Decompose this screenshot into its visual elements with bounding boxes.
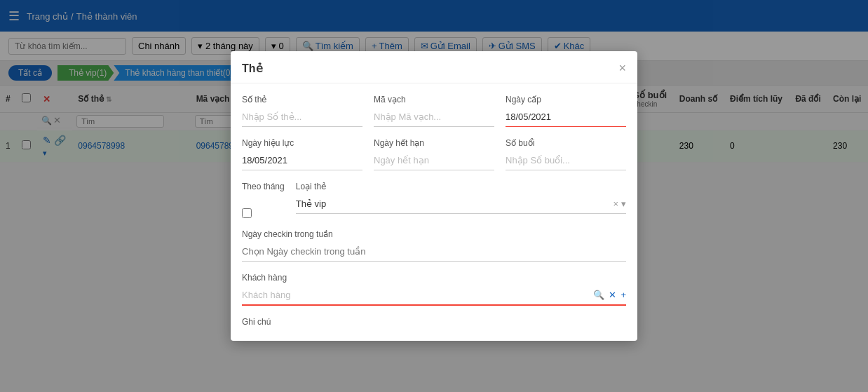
label-ngay-het-han: Ngày hết hạn bbox=[374, 138, 494, 148]
label-so-the: Số thẻ bbox=[242, 95, 362, 104]
input-ngay-cap[interactable] bbox=[506, 107, 626, 127]
form-row-2: Ngày hiệu lực Ngày hết hạn Số buổi bbox=[242, 138, 626, 163]
form-group-ngay-het-han: Ngày hết hạn bbox=[374, 138, 494, 163]
modal-title: Thẻ bbox=[242, 62, 263, 75]
form-group-ngay-hieu-luc: Ngày hiệu lực bbox=[242, 138, 362, 163]
input-ngay-hieu-luc[interactable] bbox=[242, 151, 362, 163]
form-group-ma-vach: Mã vạch bbox=[374, 95, 494, 127]
modal-close-button[interactable]: × bbox=[618, 61, 626, 76]
input-ma-vach[interactable] bbox=[374, 107, 494, 127]
form-group-ngay-cap: Ngày cấp bbox=[506, 95, 626, 127]
label-so-buoi: Số buổi bbox=[506, 138, 626, 148]
label-ngay-hieu-luc: Ngày hiệu lực bbox=[242, 138, 362, 148]
modal-card: Thẻ × Số thẻ Mã vạch Ngày cấp bbox=[231, 51, 637, 163]
form-group-so-the: Số thẻ bbox=[242, 95, 362, 127]
label-ngay-cap: Ngày cấp bbox=[506, 95, 626, 104]
modal-body: Số thẻ Mã vạch Ngày cấp Ngày hiệu lực bbox=[231, 83, 637, 163]
form-group-so-buoi: Số buổi bbox=[506, 138, 626, 163]
input-ngay-het-han[interactable] bbox=[374, 151, 494, 163]
modal-overlay[interactable]: Thẻ × Số thẻ Mã vạch Ngày cấp bbox=[0, 0, 868, 163]
label-ma-vach: Mã vạch bbox=[374, 95, 494, 104]
form-row-1: Số thẻ Mã vạch Ngày cấp bbox=[242, 95, 626, 127]
modal-header: Thẻ × bbox=[231, 51, 637, 83]
input-so-buoi[interactable] bbox=[506, 151, 626, 163]
input-so-the[interactable] bbox=[242, 107, 362, 127]
